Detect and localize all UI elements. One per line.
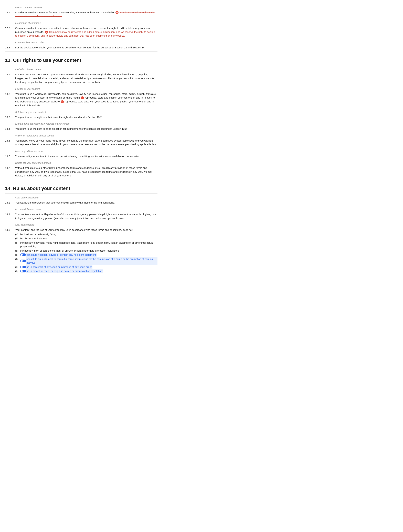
sub-item-14-3-d: (d) infringe any right of confidence, ri… bbox=[15, 249, 157, 253]
sub-item-text-c: infringe any copyright, moral right, dat… bbox=[20, 241, 157, 248]
clause-13-4: 13.4 You grant to us the right to bring … bbox=[5, 126, 157, 132]
subheading-use-of-comments: Use of comments feature bbox=[15, 6, 157, 9]
clause-14-1: 14.1 You warrant and represent that your… bbox=[5, 200, 157, 205]
clause-13-7: 13.7 Without prejudice to our other righ… bbox=[5, 165, 157, 178]
sub-item-14-3-e: (e) constitute negligent advice or conta… bbox=[15, 253, 157, 257]
toggle-track-h bbox=[20, 270, 26, 272]
alt-text-12-1: You do not need to register with our web… bbox=[15, 11, 155, 18]
toggle-thumb-g bbox=[21, 266, 23, 268]
clause-13-1: 13.1 In these terms and conditions, "you… bbox=[5, 72, 157, 85]
clause-num-13-7: 13.7 bbox=[5, 166, 15, 178]
sub-item-label-d: (d) bbox=[15, 249, 20, 253]
sub-item-label-h: (h) bbox=[15, 269, 20, 273]
clause-text-13-7: Without prejudice to our other rights un… bbox=[15, 166, 157, 178]
subheading-delete-user-content: Delete etc user content on breach bbox=[15, 161, 157, 165]
sub-item-label-g: (g) bbox=[15, 265, 20, 269]
subheading-waiver-moral-rights: Waiver of moral rights in user content bbox=[15, 134, 157, 138]
section-13-heading: 13. Our rights to use your content bbox=[5, 57, 157, 65]
toggle-track-f bbox=[20, 260, 26, 262]
clause-text-12-2: Comments will not be reviewed or edited … bbox=[15, 26, 157, 38]
or-badge-13-2b: or bbox=[61, 100, 64, 103]
clause-num-12-3: 12.3 bbox=[5, 46, 15, 50]
clause-num-13-1: 13.1 bbox=[5, 73, 15, 84]
clause-text-13-2: You grant to us a worldwide, irrevocable… bbox=[15, 92, 157, 107]
sub-item-text-a: be libellous or maliciously false; bbox=[20, 233, 56, 237]
subheading-no-unlawful: No unlawful user content bbox=[15, 208, 157, 211]
clause-text-13-1: In these terms and conditions, "your con… bbox=[15, 73, 157, 84]
section-14-heading: 14. Rules about your content bbox=[5, 185, 157, 194]
clause-num-13-3: 13.3 bbox=[5, 115, 15, 119]
toggle-g[interactable] bbox=[20, 265, 26, 269]
subheading-comment-licence: Comment licence and rules bbox=[15, 41, 157, 44]
clause-text-14-2: Your content must not be illegal or unla… bbox=[15, 213, 157, 220]
section-13: 13. Our rights to use your content Defin… bbox=[5, 57, 157, 178]
sub-item-14-3-b: (b) be obscene or indecent; bbox=[15, 237, 157, 241]
clause-text-14-3: Your content, and the use of your conten… bbox=[15, 228, 157, 274]
or-badge-12-2: or bbox=[45, 31, 48, 34]
clause-num-13-6: 13.6 bbox=[5, 154, 15, 158]
sub-item-label-c: (c) bbox=[15, 241, 20, 248]
section-14: 14. Rules about your content User conten… bbox=[5, 185, 157, 274]
subheading-moderation-of-comments: Moderation of comments bbox=[15, 21, 157, 25]
sub-item-14-3-f: (f) constitute an incitement to commit a… bbox=[15, 257, 157, 265]
clause-num-13-4: 13.4 bbox=[5, 127, 15, 131]
sub-item-text-f: constitute an incitement to commit a cri… bbox=[26, 257, 157, 265]
sub-item-14-3-c: (c) infringe any copyright, moral right,… bbox=[15, 241, 157, 248]
clause-text-13-4: You grant to us the right to bring an ac… bbox=[15, 127, 157, 131]
divider-12-13 bbox=[5, 51, 157, 52]
subheading-user-edit-content: User may edit own content bbox=[15, 150, 157, 153]
subheading-right-proceedings: Right to bring proceedings in respect of… bbox=[15, 122, 157, 126]
clause-12-2: 12.2 Comments will not be reviewed or ed… bbox=[5, 25, 157, 38]
clause-text-12-3: For the avoidance of doubt, your comment… bbox=[15, 46, 157, 50]
toggle-track-g bbox=[20, 266, 26, 268]
clause-num-14-3: 14.3 bbox=[5, 228, 15, 274]
sub-item-text-d: infringe any right of confidence, right … bbox=[20, 249, 119, 253]
sub-item-label-f: (f) bbox=[15, 257, 20, 265]
sub-item-text-e: constitute negligent advice or contain a… bbox=[26, 253, 96, 257]
sub-item-label-e: (e) bbox=[15, 253, 20, 257]
sub-item-label-b: (b) bbox=[15, 237, 20, 241]
subheading-def-user-content: Definition of user content bbox=[15, 68, 157, 71]
section-12: Use of comments feature 12.1 In order to… bbox=[5, 6, 157, 50]
clause-num-14-2: 14.2 bbox=[5, 213, 15, 220]
clause-num-12-2: 12.2 bbox=[5, 26, 15, 38]
clause-text-13-6: You may edit your content to the extent … bbox=[15, 154, 157, 158]
clause-num-13-5: 13.5 bbox=[5, 139, 15, 146]
clause-text-12-1: In order to use the comments feature on … bbox=[15, 11, 157, 18]
clause-text-13-5: You hereby waive all your moral rights i… bbox=[15, 139, 157, 146]
subheading-user-content-warranty: User content warranty bbox=[15, 196, 157, 199]
toggle-h[interactable] bbox=[20, 269, 26, 273]
divider-13-14 bbox=[5, 180, 157, 180]
toggle-f[interactable] bbox=[20, 257, 26, 265]
clause-12-1: 12.1 In order to use the comments featur… bbox=[5, 10, 157, 19]
clause-14-2: 14.2 Your content must not be illegal or… bbox=[5, 212, 157, 221]
clause-12-3: 12.3 For the avoidance of doubt, your co… bbox=[5, 45, 157, 50]
toggle-thumb-e bbox=[21, 254, 23, 256]
clause-13-3: 13.3 You grant to us the right to sub-li… bbox=[5, 115, 157, 120]
sub-item-label-a: (a) bbox=[15, 233, 20, 237]
toggle-e[interactable] bbox=[20, 253, 26, 257]
clause-13-5: 13.5 You hereby waive all your moral rig… bbox=[5, 138, 157, 147]
sub-list-14-3: (a) be libellous or maliciously false; (… bbox=[15, 233, 157, 273]
or-badge-12-1: or bbox=[115, 11, 119, 14]
clause-num-12-1: 12.1 bbox=[5, 11, 15, 18]
subheading-licence-user-content: Licence of user content bbox=[15, 87, 157, 91]
clause-14-3: 14.3 Your content, and the use of your c… bbox=[5, 227, 157, 274]
toggle-track-e bbox=[20, 253, 26, 256]
sub-item-text-h: be in breach of racial or religious hatr… bbox=[26, 269, 103, 273]
clause-num-13-2: 13.2 bbox=[5, 92, 15, 107]
clause-13-2: 13.2 You grant to us a worldwide, irrevo… bbox=[5, 91, 157, 108]
sub-item-14-3-g: (g) be in contempt of any court or in br… bbox=[15, 265, 157, 269]
clause-13-6: 13.6 You may edit your content to the ex… bbox=[5, 154, 157, 159]
sub-item-text-b: be obscene or indecent; bbox=[20, 237, 47, 241]
clause-num-14-1: 14.1 bbox=[5, 201, 15, 205]
toggle-thumb-f bbox=[21, 260, 23, 262]
clause-text-13-3: You grant to us the right to sub-license… bbox=[15, 115, 157, 119]
subheading-user-content-rules: User content rules bbox=[15, 223, 157, 227]
toggle-thumb-h bbox=[21, 270, 23, 272]
clause-text-14-1: You warrant and represent that your cont… bbox=[15, 201, 157, 205]
alt-text-12-2: Comments may be reviewed and edited befo… bbox=[15, 31, 155, 37]
sub-item-text-g: be in contempt of any court or in breach… bbox=[26, 265, 92, 269]
sub-item-14-3-h: (h) be in breach of racial or religious … bbox=[15, 269, 157, 273]
or-badge-13-2a: or bbox=[81, 96, 84, 99]
